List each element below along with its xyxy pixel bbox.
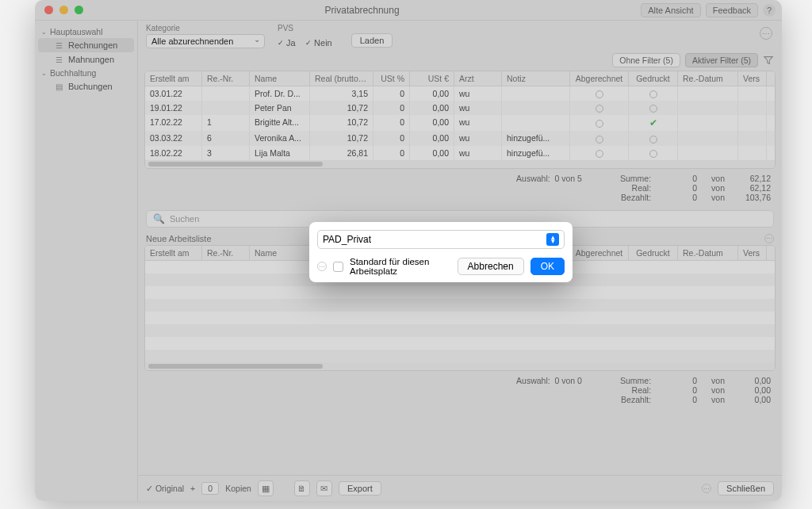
default-workplace-label: Standard für diesen Arbeitsplatz <box>350 257 451 276</box>
profile-value: PAD_Privat <box>323 234 371 245</box>
modal-more-icon[interactable]: ⋯ <box>317 262 327 271</box>
export-modal: PAD_Privat ▴▾ ⋯ Standard für diesen Arbe… <box>309 222 573 282</box>
ok-button[interactable]: OK <box>530 258 565 275</box>
default-workplace-checkbox[interactable] <box>333 262 343 272</box>
profile-combobox[interactable]: PAD_Privat ▴▾ <box>317 230 565 249</box>
app-window: Privatabrechnung Alte Ansicht Feedback ?… <box>35 0 782 501</box>
cancel-button[interactable]: Abbrechen <box>458 258 524 275</box>
combobox-stepper-icon[interactable]: ▴▾ <box>546 233 559 246</box>
